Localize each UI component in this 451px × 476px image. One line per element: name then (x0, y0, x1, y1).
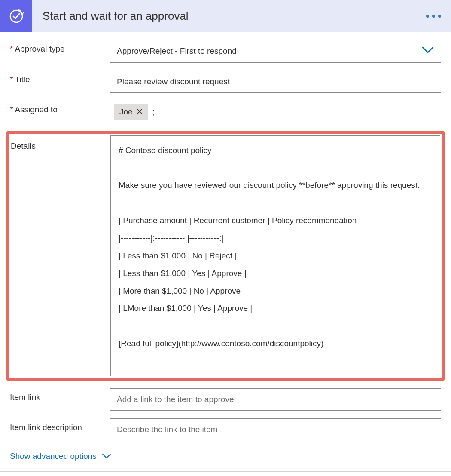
field-row-approval-type: *Approval type Approve/Reject - First to… (10, 40, 441, 63)
assignee-token: Joe ✕ (114, 104, 148, 120)
card-header: Start and wait for an approval (0, 0, 451, 32)
chevron-down-icon (102, 453, 111, 459)
item-link-input[interactable] (110, 388, 441, 411)
approval-type-select[interactable]: Approve/Reject - First to respond (110, 40, 441, 63)
item-link-desc-label: Item link description (10, 418, 110, 432)
field-row-title: *Title (10, 71, 441, 93)
show-advanced-options[interactable]: Show advanced options (10, 449, 111, 461)
card-menu-button[interactable] (426, 15, 451, 18)
field-row-item-link-desc: Item link description (10, 418, 441, 441)
approval-action-card: Start and wait for an approval *Approval… (0, 0, 451, 472)
approval-type-label: *Approval type (10, 40, 110, 54)
advanced-label: Show advanced options (10, 451, 97, 461)
chevron-down-icon (422, 46, 434, 57)
approval-icon (0, 0, 32, 32)
title-label: *Title (10, 71, 110, 84)
details-textarea[interactable]: # Contoso discount policy Make sure you … (110, 135, 440, 376)
assignee-name: Joe (119, 106, 133, 118)
field-row-assigned-to: *Assigned to Joe ✕ ; (10, 101, 441, 123)
token-separator: ; (151, 106, 155, 118)
remove-token-icon[interactable]: ✕ (136, 106, 143, 118)
details-highlight: Details # Contoso discount policy Make s… (6, 131, 445, 381)
svg-point-0 (10, 10, 22, 22)
field-row-item-link: Item link (10, 388, 441, 411)
item-link-desc-input[interactable] (110, 418, 441, 441)
assigned-to-label: *Assigned to (10, 101, 110, 114)
card-body: *Approval type Approve/Reject - First to… (0, 32, 451, 471)
card-title: Start and wait for an approval (32, 9, 426, 23)
approval-type-value: Approve/Reject - First to respond (117, 46, 237, 57)
title-input[interactable] (110, 71, 441, 93)
assigned-to-input[interactable]: Joe ✕ ; (110, 101, 441, 123)
details-label: Details (11, 135, 110, 151)
field-row-details: Details # Contoso discount policy Make s… (11, 135, 440, 376)
item-link-label: Item link (10, 388, 110, 402)
